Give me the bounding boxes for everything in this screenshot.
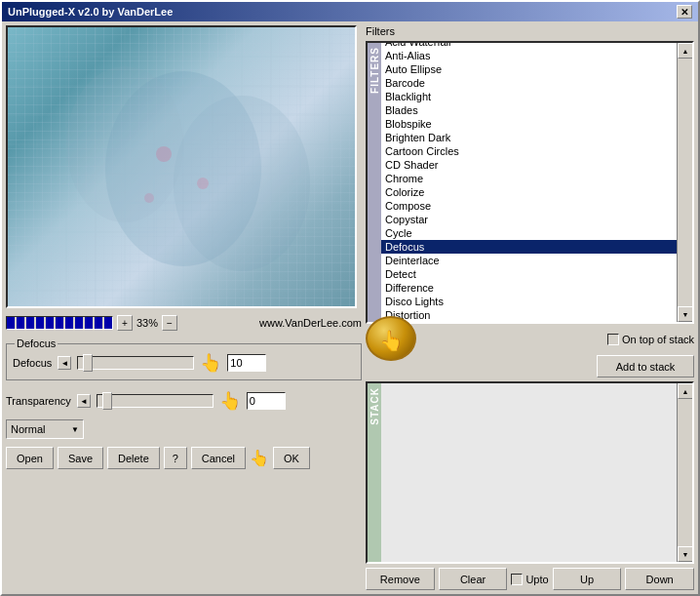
mode-select[interactable]: Normal ▼ [6, 419, 84, 439]
delete-button[interactable]: Delete [107, 447, 160, 469]
upto-checkbox[interactable] [511, 574, 523, 585]
preview-image [8, 27, 355, 306]
upto-row: Upto [511, 568, 548, 590]
stack-scrollbar-track [678, 399, 692, 546]
stack-side-label: STACK [368, 383, 381, 562]
stack-action-buttons: Remove Clear Upto Up Down [366, 568, 694, 590]
stack-side-text: STACK [369, 387, 380, 425]
ok-button[interactable]: OK [273, 447, 310, 469]
stack-content [381, 383, 677, 562]
filter-item[interactable]: Auto Ellipse [381, 62, 677, 76]
defocus-hand-icon: 👆 [200, 352, 221, 374]
stack-coin: 👆 [366, 316, 416, 361]
filter-item[interactable]: Cartoon Circles [381, 144, 677, 158]
filter-item[interactable]: Difference [381, 281, 677, 295]
transparency-slider-thumb[interactable] [102, 392, 112, 410]
main-window: UnPlugged-X v2.0 by VanDerLee ✕ [0, 0, 700, 596]
stack-scrollbar-down-button[interactable]: ▼ [678, 546, 693, 562]
filter-item[interactable]: Blacklight [381, 90, 677, 103]
add-to-stack-button[interactable]: Add to stack [597, 355, 694, 377]
filter-item[interactable]: CD Shader [381, 158, 677, 172]
filters-tab-text: FILTERS [369, 47, 380, 94]
filter-item[interactable]: Brighten Dark [381, 131, 677, 144]
transparency-value-input[interactable]: 0 [247, 392, 286, 410]
window-content: + 33% − www.VanDerLee.com Defocus Defocu… [2, 21, 698, 594]
stack-area: STACK ▲ ▼ [366, 381, 694, 564]
help-button[interactable]: ? [164, 447, 187, 469]
svg-point-26 [144, 193, 154, 203]
filter-item[interactable]: Colorize [381, 185, 677, 199]
filter-item[interactable]: Deinterlace [381, 254, 677, 267]
stack-controls: 👆 On top of stack [366, 328, 694, 351]
cancel-hand-icon: 👆 [250, 449, 269, 467]
defocus-left-arrow[interactable]: ◄ [58, 356, 71, 370]
defocus-slider-thumb[interactable] [83, 354, 93, 372]
zoom-bar: + 33% − www.VanDerLee.com [6, 312, 362, 334]
stack-scrollbar: ▲ ▼ [677, 383, 692, 562]
filter-item[interactable]: Cycle [381, 226, 677, 240]
up-button[interactable]: Up [553, 568, 622, 590]
zoom-minus-button[interactable]: − [162, 315, 177, 331]
on-top-label: On top of stack [622, 334, 694, 345]
upto-label: Upto [525, 574, 548, 585]
clear-button[interactable]: Clear [439, 568, 508, 590]
filter-scrollbar: ▲ ▼ [677, 43, 692, 322]
on-top-checkbox-label: On top of stack [607, 334, 694, 345]
website-label: www.VanDerLee.com [259, 317, 362, 329]
svg-point-23 [174, 96, 310, 271]
defocus-group-label: Defocus [15, 338, 58, 349]
zoom-plus-button[interactable]: + [117, 315, 133, 331]
window-title: UnPlugged-X v2.0 by VanDerLee [8, 6, 173, 18]
title-bar: UnPlugged-X v2.0 by VanDerLee ✕ [2, 2, 698, 21]
defocus-slider[interactable] [77, 356, 194, 370]
transparency-row: Transparency ◄ 👆 0 [6, 390, 362, 412]
zoom-value-label: 33% [136, 317, 158, 329]
mode-select-value: Normal [11, 423, 45, 435]
preview-area [6, 25, 357, 308]
filter-item[interactable]: Defocus [381, 240, 677, 254]
defocus-label: Defocus [13, 357, 52, 369]
svg-point-24 [156, 146, 172, 162]
svg-point-25 [197, 178, 209, 189]
filters-label: Filters [366, 25, 694, 37]
stack-coin-hand-icon: 👆 [379, 329, 404, 352]
down-button[interactable]: Down [625, 568, 694, 590]
save-button[interactable]: Save [58, 447, 103, 469]
transparency-hand-icon: 👆 [219, 390, 241, 412]
stack-icon: 👆 [366, 316, 422, 363]
filter-item[interactable]: Chrome [381, 172, 677, 185]
svg-point-22 [66, 66, 183, 222]
transparency-slider[interactable] [97, 394, 214, 408]
filter-item[interactable]: Blades [381, 103, 677, 117]
on-top-checkbox[interactable] [607, 334, 619, 345]
remove-button[interactable]: Remove [366, 568, 435, 590]
filter-item[interactable]: Detect [381, 267, 677, 281]
filter-list-container: FILTERS 45° RectangleAcid WaterfallAnti-… [366, 41, 694, 324]
defocus-groupbox: Defocus Defocus ◄ 👆 10 [6, 343, 362, 380]
defocus-row: Defocus ◄ 👆 10 [13, 352, 355, 374]
filter-item[interactable]: Copystar [381, 213, 677, 226]
mode-select-arrow-icon: ▼ [71, 425, 79, 434]
filter-item[interactable]: Barcode [381, 76, 677, 90]
filter-list[interactable]: 45° RectangleAcid WaterfallAnti-AliasAut… [381, 43, 677, 322]
open-button[interactable]: Open [6, 447, 54, 469]
close-button[interactable]: ✕ [677, 5, 692, 19]
scrollbar-track [678, 59, 692, 306]
zoom-progress-bar [6, 316, 113, 330]
filters-tab: FILTERS [368, 43, 381, 322]
scrollbar-down-button[interactable]: ▼ [678, 306, 693, 322]
filter-item[interactable]: Blobspike [381, 117, 677, 131]
transparency-left-arrow[interactable]: ◄ [77, 394, 91, 408]
defocus-value-input[interactable]: 10 [227, 354, 266, 372]
filter-item[interactable]: Anti-Alias [381, 49, 677, 62]
filter-item[interactable]: Distortion [381, 308, 677, 322]
scrollbar-up-button[interactable]: ▲ [678, 43, 693, 59]
right-panel: Filters FILTERS 45° RectangleAcid Waterf… [366, 25, 694, 590]
filter-item[interactable]: Compose [381, 199, 677, 213]
transparency-label: Transparency [6, 395, 71, 407]
stack-scrollbar-up-button[interactable]: ▲ [678, 383, 693, 399]
filter-item[interactable]: Disco Lights [381, 295, 677, 308]
cancel-button[interactable]: Cancel [191, 447, 246, 469]
left-panel: + 33% − www.VanDerLee.com Defocus Defocu… [6, 25, 362, 590]
bottom-action-row: Open Save Delete ? Cancel 👆 OK [6, 447, 362, 469]
